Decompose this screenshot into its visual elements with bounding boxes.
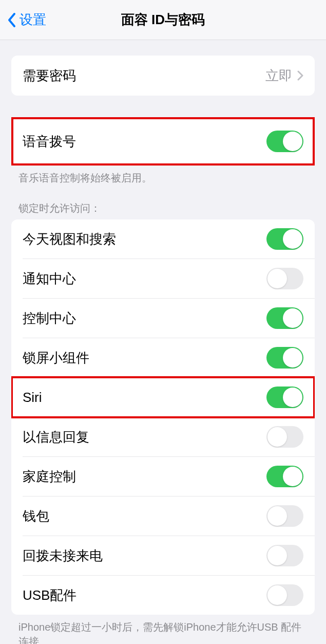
chevron-left-icon	[7, 12, 16, 28]
toggle-row-label: 回拨未接来电	[23, 547, 103, 565]
toggle-row-label: 锁屏小组件	[23, 349, 89, 367]
toggle-row-label: 家庭控制	[23, 468, 76, 486]
lock-section-header: 锁定时允许访问：	[0, 185, 326, 219]
require-passcode-value: 立即	[265, 67, 303, 85]
lock-section-footer: iPhone锁定超过一小时后，需先解锁iPhone才能允许USB 配件连接。	[0, 615, 326, 644]
list-item: 回拨未接来电	[11, 536, 315, 575]
back-label: 设置	[20, 11, 46, 29]
toggle-knob	[283, 348, 302, 367]
toggle-row: 钱包	[11, 496, 315, 536]
toggle-knob	[267, 546, 287, 565]
list-item: 钱包	[11, 496, 315, 536]
list-item: 控制中心	[11, 299, 315, 338]
toggle-knob	[267, 269, 287, 288]
toggle-row: Siri	[11, 378, 315, 417]
list-item: 以信息回复	[11, 417, 315, 456]
toggle-row: 回拨未接来电	[11, 536, 315, 575]
toggle[interactable]	[266, 466, 303, 487]
list-item: 锁屏小组件	[11, 338, 315, 377]
toggle[interactable]	[266, 426, 303, 448]
toggle-row: 今天视图和搜索	[11, 219, 315, 259]
voice-dial-toggle[interactable]	[266, 131, 303, 152]
toggle-row-label: USB配件	[23, 586, 76, 604]
toggle-row-label: 通知中心	[23, 270, 76, 288]
toggle-row: 通知中心	[11, 259, 315, 298]
toggle-knob	[283, 308, 302, 328]
list-item: USB配件	[11, 576, 315, 615]
toggle[interactable]	[266, 228, 303, 250]
toggle-knob	[283, 388, 302, 407]
content: 需要密码 立即 语音拨号 音乐语音控制将始终被启用。 锁定时允许访问：	[0, 56, 326, 644]
toggle-knob	[267, 506, 287, 526]
toggle[interactable]	[266, 545, 303, 566]
require-passcode-row[interactable]: 需要密码 立即	[11, 56, 315, 96]
toggle-row: USB配件	[11, 576, 315, 615]
voice-dial-highlight: 语音拨号	[11, 117, 315, 165]
list-item: 今天视图和搜索	[11, 219, 315, 259]
voice-dial-label: 语音拨号	[23, 133, 76, 151]
voice-dial-footer: 音乐语音控制将始终被启用。	[0, 165, 326, 185]
toggle-row-label: 钱包	[23, 507, 49, 525]
list-item: 家庭控制	[11, 457, 315, 496]
toggle-row-label: 今天视图和搜索	[23, 230, 116, 248]
list-item: 通知中心	[11, 259, 315, 298]
require-passcode-group: 需要密码 立即	[11, 56, 315, 96]
toggle-row: 家庭控制	[11, 457, 315, 496]
toggle-row-label: 控制中心	[23, 309, 76, 327]
toggle-knob	[283, 467, 302, 486]
list-item: Siri	[11, 378, 315, 417]
toggle-knob	[283, 132, 302, 151]
toggle[interactable]	[266, 307, 303, 329]
back-button[interactable]: 设置	[0, 11, 46, 29]
toggle[interactable]	[266, 268, 303, 289]
toggle[interactable]	[266, 505, 303, 527]
toggle-knob	[283, 229, 302, 249]
require-passcode-label: 需要密码	[23, 67, 76, 85]
toggle-knob	[267, 427, 287, 447]
toggle-row-label: Siri	[23, 390, 42, 406]
lock-access-group: 今天视图和搜索通知中心控制中心锁屏小组件Siri以信息回复家庭控制钱包回拨未接来…	[11, 219, 315, 615]
page-title: 面容 ID与密码	[0, 11, 326, 29]
toggle[interactable]	[266, 584, 303, 606]
toggle-row: 控制中心	[11, 299, 315, 338]
navigation-header: 设置 面容 ID与密码	[0, 0, 326, 40]
voice-dial-row: 语音拨号	[11, 117, 315, 165]
voice-dial-group: 语音拨号	[11, 117, 315, 165]
toggle-row: 以信息回复	[11, 417, 315, 456]
chevron-right-icon	[297, 70, 303, 81]
require-passcode-value-text: 立即	[265, 67, 292, 85]
toggle-knob	[267, 585, 287, 605]
toggle[interactable]	[266, 387, 303, 408]
toggle-row: 锁屏小组件	[11, 338, 315, 377]
toggle[interactable]	[266, 347, 303, 369]
toggle-row-label: 以信息回复	[23, 428, 89, 446]
